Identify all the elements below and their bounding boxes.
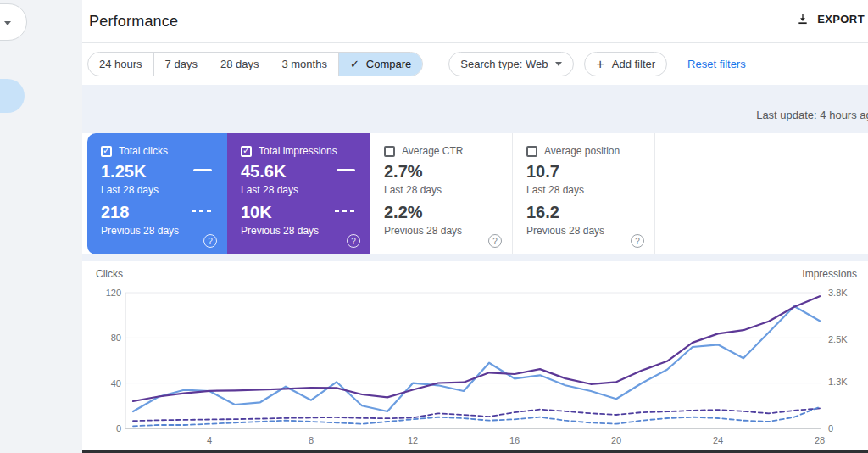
status-band: Last update: 4 hours ago bbox=[82, 85, 868, 133]
svg-text:1.3K: 1.3K bbox=[828, 377, 848, 387]
search-type-dropdown[interactable]: Search type: Web bbox=[448, 52, 574, 76]
main-content: Performance EXPORT 24 hours 7 days 28 da… bbox=[82, 0, 868, 453]
primary-period: Last 28 days bbox=[526, 184, 584, 196]
primary-value: 2.7% bbox=[384, 162, 423, 182]
sidebar bbox=[0, 0, 82, 453]
average-ctr-checkbox[interactable] bbox=[384, 146, 395, 157]
svg-text:24: 24 bbox=[713, 435, 723, 445]
svg-text:3.8K: 3.8K bbox=[828, 288, 848, 298]
reset-filters-link[interactable]: Reset filters bbox=[687, 58, 746, 70]
primary-period: Last 28 days bbox=[241, 184, 298, 196]
svg-text:0: 0 bbox=[116, 423, 121, 433]
range-7-days[interactable]: 7 days bbox=[153, 53, 209, 76]
dashed-line-legend-icon bbox=[192, 210, 214, 212]
secondary-period: Previous 28 days bbox=[526, 225, 604, 237]
total-impressions-checkbox[interactable]: ✓ bbox=[241, 146, 252, 157]
secondary-period: Previous 28 days bbox=[101, 225, 179, 237]
card-average-ctr[interactable]: Average CTR 2.7% Last 28 days 2.2% Previ… bbox=[370, 133, 513, 254]
page-title: Performance bbox=[89, 13, 178, 31]
primary-period: Last 28 days bbox=[384, 184, 442, 196]
help-icon[interactable]: ? bbox=[488, 234, 502, 248]
svg-text:12: 12 bbox=[408, 435, 418, 445]
svg-text:120: 120 bbox=[106, 288, 121, 298]
sidebar-item-performance-selected[interactable] bbox=[0, 79, 25, 113]
card-label: Average CTR bbox=[402, 145, 463, 157]
card-total-clicks[interactable]: ✓ Total clicks 1.25K Last 28 days 218 Pr… bbox=[87, 133, 227, 254]
add-filter-label: Add filter bbox=[612, 58, 655, 70]
sidebar-divider bbox=[0, 148, 17, 148]
range-28-days[interactable]: 28 days bbox=[209, 53, 270, 76]
primary-value: 10.7 bbox=[526, 162, 559, 182]
compare-label: Compare bbox=[366, 58, 411, 70]
chevron-down-icon bbox=[4, 21, 11, 25]
card-total-impressions[interactable]: ✓ Total impressions 45.6K Last 28 days 1… bbox=[227, 133, 370, 254]
primary-value: 1.25K bbox=[101, 162, 146, 182]
performance-chart[interactable]: 0408012001.3K2.5K3.8KClicksImpressions48… bbox=[82, 261, 868, 450]
check-icon: ✓ bbox=[103, 145, 110, 156]
chevron-down-icon bbox=[555, 62, 562, 66]
total-clicks-checkbox[interactable]: ✓ bbox=[101, 146, 112, 157]
secondary-value: 2.2% bbox=[384, 203, 423, 222]
performance-chart-card: 0408012001.3K2.5K3.8KClicksImpressions48… bbox=[82, 261, 868, 450]
last-update-text: Last update: 4 hours ago bbox=[756, 109, 868, 121]
svg-text:16: 16 bbox=[509, 435, 520, 445]
svg-text:0: 0 bbox=[828, 423, 833, 433]
help-icon[interactable]: ? bbox=[347, 234, 360, 248]
range-3-months[interactable]: 3 months bbox=[270, 53, 337, 76]
svg-text:40: 40 bbox=[111, 378, 121, 389]
secondary-period: Previous 28 days bbox=[384, 225, 462, 237]
check-icon: ✓ bbox=[242, 145, 250, 156]
svg-text:8: 8 bbox=[309, 435, 314, 445]
property-selector[interactable] bbox=[0, 3, 27, 41]
dashed-line-legend-icon bbox=[335, 210, 357, 212]
card-average-position[interactable]: Average position 10.7 Last 28 days 16.2 … bbox=[513, 133, 655, 254]
svg-text:4: 4 bbox=[207, 435, 212, 445]
secondary-period: Previous 28 days bbox=[241, 225, 319, 237]
plus-icon: + bbox=[596, 57, 604, 72]
svg-text:2.5K: 2.5K bbox=[828, 334, 848, 344]
page-header: Performance EXPORT bbox=[82, 0, 868, 43]
metric-cards: ✓ Total clicks 1.25K Last 28 days 218 Pr… bbox=[82, 133, 868, 254]
filter-toolbar: 24 hours 7 days 28 days 3 months ✓ Compa… bbox=[82, 43, 868, 85]
export-label: EXPORT bbox=[817, 13, 865, 25]
average-position-checkbox[interactable] bbox=[526, 146, 537, 157]
range-24-hours[interactable]: 24 hours bbox=[88, 53, 153, 76]
svg-text:20: 20 bbox=[611, 435, 621, 445]
card-label: Total impressions bbox=[259, 145, 337, 157]
date-range-control: 24 hours 7 days 28 days 3 months ✓ Compa… bbox=[87, 52, 423, 76]
performance-page: { "icons": { "check": "✓", "help": "?", … bbox=[0, 0, 868, 453]
svg-text:28: 28 bbox=[815, 435, 825, 445]
primary-value: 45.6K bbox=[241, 162, 286, 182]
search-type-label: Search type: Web bbox=[460, 58, 548, 70]
help-icon[interactable]: ? bbox=[631, 234, 644, 248]
export-button[interactable]: EXPORT bbox=[796, 12, 865, 25]
card-label: Average position bbox=[544, 145, 620, 157]
download-icon bbox=[796, 12, 810, 25]
card-label: Total clicks bbox=[119, 145, 168, 157]
help-icon[interactable]: ? bbox=[203, 234, 217, 248]
svg-text:80: 80 bbox=[111, 333, 121, 343]
primary-period: Last 28 days bbox=[101, 184, 159, 196]
solid-line-legend-icon bbox=[193, 169, 212, 171]
check-icon: ✓ bbox=[350, 58, 359, 70]
compare-toggle[interactable]: ✓ Compare bbox=[338, 53, 422, 76]
solid-line-legend-icon bbox=[337, 169, 355, 171]
add-filter-button[interactable]: + Add filter bbox=[584, 52, 667, 76]
secondary-value: 218 bbox=[101, 203, 129, 222]
secondary-value: 10K bbox=[241, 203, 272, 222]
secondary-value: 16.2 bbox=[526, 203, 559, 222]
svg-text:Clicks: Clicks bbox=[96, 268, 123, 280]
svg-text:Impressions: Impressions bbox=[802, 268, 857, 280]
